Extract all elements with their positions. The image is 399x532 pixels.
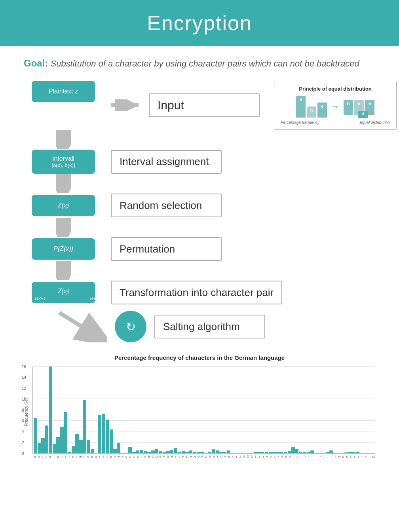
x-axis-label: C xyxy=(151,455,155,458)
x-axis-label: f xyxy=(52,455,56,458)
chart-bar xyxy=(291,447,295,453)
chart-bar xyxy=(231,453,234,453)
chart-bar xyxy=(98,415,102,453)
sync-icon: ↻ xyxy=(126,320,136,334)
chart-bar xyxy=(216,450,219,453)
chart-bar xyxy=(254,452,257,453)
x-axis-label: H xyxy=(170,455,174,458)
x-axis-label: b xyxy=(37,455,41,458)
x-axis-label: & xyxy=(345,455,349,458)
bar-h-after: h xyxy=(344,100,353,115)
input-label-box: Input xyxy=(149,93,260,117)
chart-bar xyxy=(348,452,352,453)
label-before: Percentage frequency xyxy=(281,120,319,125)
dist-labels: Percentage frequency Equal distribution xyxy=(281,120,390,125)
chart-bar xyxy=(170,450,174,453)
chart-bar xyxy=(45,426,49,453)
interval-box: Intervall [a(x), b(x)] xyxy=(32,150,95,174)
chart-bar xyxy=(337,453,340,453)
chart-bar xyxy=(367,453,371,453)
chart-bar xyxy=(185,452,189,453)
x-axis-label: P xyxy=(201,455,204,458)
chart-bar xyxy=(136,450,140,453)
x-axis-label: O xyxy=(197,455,200,458)
chart-bar xyxy=(310,450,314,453)
chart-bar xyxy=(79,440,83,453)
chart-bar xyxy=(178,452,181,453)
chart-bar xyxy=(269,452,272,453)
flow-diagram: Plaintext z Input Principle of equal dis… xyxy=(0,81,399,342)
gz-label: GZ+1 xyxy=(35,296,46,301)
goal-paragraph: Goal: Substitution of a character by usi… xyxy=(24,58,375,69)
chart-bar xyxy=(212,449,215,453)
chart-bar xyxy=(329,450,333,453)
x-axis-label: L xyxy=(185,455,189,458)
pzx-label: P(Z(x)) xyxy=(53,245,73,253)
chart-bar xyxy=(363,453,367,453)
salting-row: ↻ Salting algorithm xyxy=(55,311,375,342)
x-axis-label: g xyxy=(56,455,60,458)
chart-bar xyxy=(159,451,162,453)
chart-bar xyxy=(53,444,56,453)
step-interval-row: Intervall [a(x), b(x)] Interval assignme… xyxy=(24,150,375,174)
diagonal-arrow-icon xyxy=(55,311,107,342)
chart-bar xyxy=(49,367,52,453)
salting-label-box: Salting algorithm xyxy=(154,315,265,338)
x-axis-label: § xyxy=(334,455,337,458)
zx-box: Z(x) xyxy=(32,195,95,216)
x-axis-label: Ö xyxy=(246,455,250,458)
transform-zx-box: Z(x) GZ+1 R+1 xyxy=(32,282,95,303)
chart-bar xyxy=(151,450,155,453)
step-input-right: Input Principle of equal distribution h … xyxy=(103,81,397,130)
step-interval-right: Interval assignment xyxy=(103,150,375,174)
chart-bar xyxy=(333,453,337,453)
bar-d-after: d xyxy=(358,111,368,118)
x-axis-label: V xyxy=(223,455,227,458)
arrow-1-left xyxy=(24,130,103,150)
chart-bar xyxy=(87,440,90,453)
chart-bar xyxy=(299,452,302,453)
arrow-1-row xyxy=(24,130,375,150)
x-axis-label: ; xyxy=(326,455,330,458)
chart-bar xyxy=(204,453,208,453)
x-axis-label: m xyxy=(79,455,82,458)
chart-bar xyxy=(83,400,87,453)
chart-bar xyxy=(208,452,212,453)
down-arrow-4-icon xyxy=(56,261,71,280)
x-axis-label: 2 xyxy=(258,455,261,458)
chart-bar xyxy=(307,452,310,453)
chart-bar xyxy=(250,453,253,453)
x-axis-label: Y xyxy=(235,455,238,458)
bar-h-before: h xyxy=(296,96,306,118)
chart-bar xyxy=(121,453,124,453)
before-bars: h n e xyxy=(296,96,327,118)
grid-label-2: 2 xyxy=(22,440,24,445)
x-axis-label: ü xyxy=(140,455,143,458)
chart-bar xyxy=(125,453,128,453)
arrow-4-left xyxy=(24,261,103,281)
chart-bar xyxy=(117,443,121,453)
x-axis-label: c xyxy=(41,455,44,458)
step-input-row: Plaintext z Input Principle of equal dis… xyxy=(24,81,375,130)
chart-bar xyxy=(257,452,261,453)
x-axis-label: R xyxy=(208,455,212,458)
x-axis-label: X xyxy=(231,455,235,458)
chart-bar xyxy=(144,451,147,453)
x-axis-label: v xyxy=(113,455,117,458)
x-axis-label: I xyxy=(174,455,178,458)
chart-bar xyxy=(288,451,291,453)
x-axis-label: 0 xyxy=(288,455,292,458)
svg-line-5 xyxy=(59,313,101,338)
chart-bar xyxy=(265,452,268,453)
salting-label: Salting algorithm xyxy=(163,321,240,333)
x-axis-label: 7 xyxy=(277,455,280,458)
goal-section: Goal: Substitution of a character by usi… xyxy=(0,58,399,69)
chart-bar xyxy=(242,453,246,453)
arrow-3-row xyxy=(24,217,375,237)
grid-label-4: 4 xyxy=(22,429,24,434)
after-bars-container: h n e d ↩ xyxy=(344,95,374,118)
x-axis-label: F xyxy=(163,455,166,458)
arrow-down-1 xyxy=(55,130,71,150)
chart-bar xyxy=(182,451,185,453)
chart-bar xyxy=(356,452,359,453)
